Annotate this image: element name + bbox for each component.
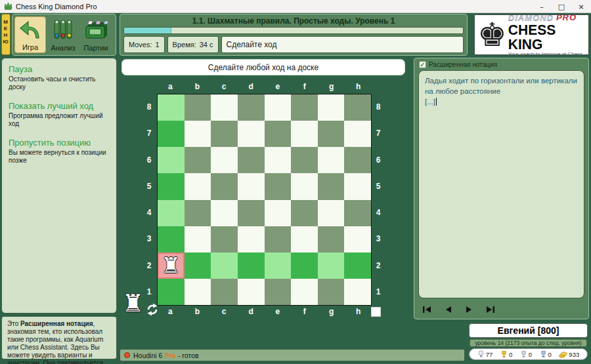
square-e8[interactable] [265, 94, 292, 121]
coordinate-label: 5 [144, 173, 154, 199]
square-f5[interactable] [291, 173, 318, 199]
square-g8[interactable] [318, 94, 345, 121]
coordinate-label: f [291, 82, 318, 92]
square-b4[interactable] [185, 200, 211, 226]
game-button[interactable]: Игра [14, 16, 46, 53]
square-d6[interactable] [238, 147, 265, 173]
square-b6[interactable] [185, 147, 211, 173]
square-c7[interactable] [211, 121, 238, 147]
square-c2[interactable] [211, 253, 238, 279]
maximize-button[interactable]: □ [552, 0, 571, 13]
skip-position-label[interactable]: Пропустить позицию [9, 138, 110, 148]
square-a5[interactable] [158, 173, 185, 199]
square-b2[interactable] [185, 253, 211, 279]
square-g7[interactable] [318, 121, 345, 147]
square-h3[interactable] [344, 226, 371, 253]
square-b8[interactable] [185, 94, 211, 121]
square-f2[interactable] [291, 253, 318, 279]
square-d1[interactable] [238, 279, 265, 305]
last-move-button[interactable] [483, 304, 496, 315]
square-c1[interactable] [211, 279, 238, 305]
extended-notation-toggle[interactable]: ✓ Расширенная нотация [419, 61, 497, 68]
app-crown-icon [4, 2, 12, 10]
skip-position-action[interactable]: Пропустить позицию Вы можете вернуться к… [9, 138, 110, 165]
player-level-bar: уровень 14 (2173 опыта до след. уровня) [470, 339, 587, 347]
next-move-button[interactable] [462, 304, 475, 315]
previous-move-button[interactable] [441, 304, 454, 315]
square-h5[interactable] [344, 173, 371, 199]
pause-action-label[interactable]: Пауза [9, 64, 110, 74]
tray-rook-piece[interactable]: ♜ [122, 291, 144, 315]
square-c5[interactable] [211, 173, 238, 199]
checkbox-checked-icon[interactable]: ✓ [419, 61, 426, 68]
square-d8[interactable] [238, 94, 265, 121]
close-button[interactable]: × [571, 0, 591, 13]
square-d4[interactable] [238, 200, 265, 226]
notation-text-area[interactable]: Ладья ходит по горизонтали или вертикали… [418, 70, 584, 298]
flip-board-icon[interactable] [146, 303, 159, 319]
square-g5[interactable] [318, 173, 345, 199]
time-value: 34 с [200, 41, 213, 49]
square-f4[interactable] [291, 200, 318, 226]
chess-board[interactable]: ♜ [157, 94, 372, 306]
coordinate-label: b [184, 82, 211, 92]
square-e3[interactable] [265, 226, 292, 253]
square-a2[interactable]: ♜ [158, 253, 185, 279]
square-a1[interactable] [158, 279, 185, 305]
square-b3[interactable] [185, 226, 211, 253]
coordinate-label: 6 [144, 147, 154, 173]
square-h8[interactable] [344, 94, 371, 121]
coordinate-label: 4 [144, 199, 154, 226]
games-button[interactable]: Партии [80, 16, 112, 53]
pause-action[interactable]: Пауза Остановить часы и очистить доску [9, 64, 110, 91]
square-b5[interactable] [185, 173, 211, 199]
square-a3[interactable] [158, 226, 185, 253]
square-e5[interactable] [265, 173, 292, 199]
square-f8[interactable] [291, 94, 318, 121]
square-c6[interactable] [211, 147, 238, 173]
square-h7[interactable] [344, 121, 371, 147]
square-c8[interactable] [211, 94, 238, 121]
square-h6[interactable] [344, 147, 371, 173]
player-name-box[interactable]: Евгений [800] [469, 323, 588, 338]
square-e6[interactable] [265, 147, 292, 173]
show-best-move-label[interactable]: Показать лучший ход [9, 101, 110, 111]
square-g3[interactable] [318, 226, 345, 253]
square-e2[interactable] [265, 253, 292, 279]
square-c4[interactable] [211, 200, 238, 226]
square-b1[interactable] [185, 279, 211, 305]
square-d7[interactable] [238, 121, 265, 147]
square-f7[interactable] [291, 121, 318, 147]
moves-value: 1 [155, 41, 159, 49]
square-a7[interactable] [158, 121, 185, 147]
square-g6[interactable] [318, 147, 345, 173]
square-a6[interactable] [158, 147, 185, 173]
first-move-button[interactable] [420, 304, 433, 315]
square-e4[interactable] [265, 200, 292, 226]
square-f1[interactable] [291, 279, 318, 305]
square-h1[interactable] [344, 279, 371, 305]
gold-cup-value: 0 [509, 351, 512, 358]
square-d5[interactable] [238, 173, 265, 199]
white-rook-piece[interactable]: ♜ [162, 254, 181, 276]
square-b7[interactable] [185, 121, 211, 147]
minimize-button[interactable]: – [532, 0, 552, 13]
square-d3[interactable] [238, 226, 265, 253]
show-best-move-action[interactable]: Показать лучший ход Программа предложит … [9, 101, 110, 128]
square-d2[interactable] [238, 253, 265, 279]
square-e7[interactable] [265, 121, 292, 147]
square-g1[interactable] [318, 279, 345, 305]
square-f6[interactable] [291, 147, 318, 173]
square-c3[interactable] [211, 226, 238, 253]
square-h4[interactable] [344, 200, 371, 226]
square-g2[interactable] [318, 253, 345, 279]
analysis-button[interactable]: Анализ [47, 16, 79, 53]
square-e1[interactable] [265, 279, 292, 305]
menu-strip[interactable]: МЕНЮ [1, 14, 11, 55]
square-a4[interactable] [158, 200, 185, 226]
square-a8[interactable] [158, 94, 185, 121]
square-g4[interactable] [318, 200, 345, 226]
info-lead: Это [7, 320, 20, 327]
square-h2[interactable] [344, 253, 371, 279]
square-f3[interactable] [291, 226, 318, 253]
